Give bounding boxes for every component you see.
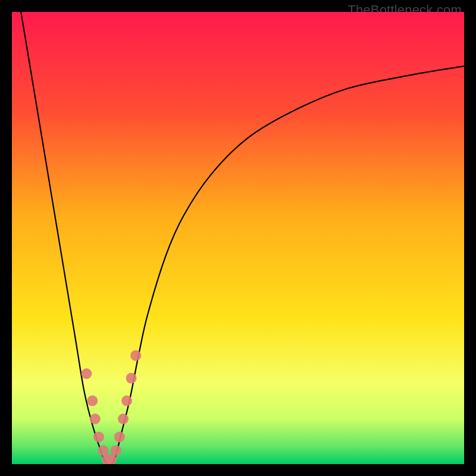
plot-area [12,12,464,464]
scatter-point [126,373,137,384]
chart-frame: TheBottleneck.com [0,0,476,476]
scatter-point [114,431,125,442]
scatter-point [118,414,129,424]
scatter-point [87,396,98,406]
scatter-point [93,431,104,442]
scatter-point [121,396,132,406]
scatter-point [130,350,141,361]
scatter-point [90,414,101,424]
gradient-background [12,12,464,464]
scatter-point [111,445,121,456]
chart-svg [12,12,464,464]
scatter-point [81,368,92,379]
